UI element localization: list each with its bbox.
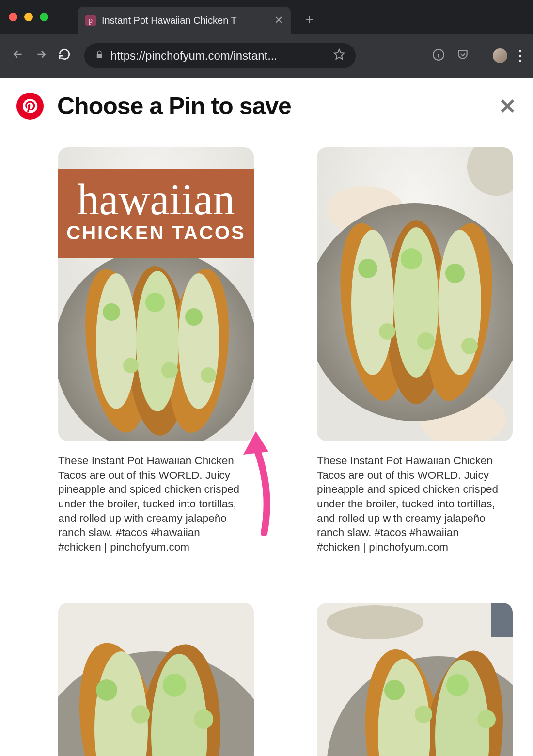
pin-image (317, 603, 513, 756)
svg-rect-45 (491, 603, 513, 637)
svg-point-12 (145, 293, 165, 312)
window-maximize-button[interactable] (40, 13, 48, 21)
info-icon[interactable] (432, 48, 445, 63)
svg-point-31 (445, 264, 465, 283)
browser-menu-button[interactable] (519, 50, 521, 62)
window-traffic-lights (9, 13, 48, 21)
pinterest-header: Choose a Pin to save ✕ (16, 92, 517, 120)
svg-point-32 (461, 338, 478, 354)
bookmark-star-icon[interactable] (333, 48, 345, 63)
svg-point-53 (446, 674, 469, 696)
browser-chrome: p Instant Pot Hawaiian Chicken T ✕ + htt… (0, 0, 533, 78)
pin-card[interactable] (317, 603, 513, 756)
pin-grid: hawaiian CHICKEN TACOS These Instant Pot… (16, 147, 517, 756)
forward-button[interactable] (35, 48, 47, 64)
reload-button[interactable] (58, 48, 71, 64)
svg-point-11 (123, 358, 139, 373)
back-button[interactable] (12, 48, 24, 64)
tab-bar: p Instant Pot Hawaiian Chicken T ✕ + (0, 0, 533, 34)
url-text: https://pinchofyum.com/instant... (110, 49, 277, 63)
window-minimize-button[interactable] (24, 13, 33, 21)
pin-description: These Instant Pot Hawaiian Chicken Tacos… (317, 454, 501, 554)
svg-point-30 (417, 332, 435, 350)
svg-point-10 (103, 303, 120, 321)
svg-point-52 (415, 706, 432, 723)
profile-avatar[interactable] (493, 48, 507, 63)
svg-point-42 (194, 709, 213, 729)
pin-image-text-overlay: hawaiian CHICKEN TACOS (58, 169, 254, 258)
svg-point-26 (439, 230, 481, 375)
pin-card[interactable] (58, 603, 254, 756)
svg-point-29 (401, 248, 422, 269)
tab-title: Instant Pot Hawaiian Chicken T (102, 15, 237, 26)
browser-toolbar: https://pinchofyum.com/instant... (0, 34, 533, 78)
svg-point-28 (379, 323, 395, 340)
toolbar-separator (481, 48, 481, 63)
svg-point-24 (351, 230, 394, 375)
svg-point-13 (161, 362, 178, 378)
svg-point-7 (96, 273, 137, 409)
page-title: Choose a Pin to save (57, 92, 291, 120)
svg-point-39 (96, 679, 117, 701)
page-content: Choose a Pin to save ✕ (0, 78, 533, 756)
svg-point-54 (477, 710, 496, 728)
pocket-icon[interactable] (456, 48, 469, 63)
svg-point-44 (327, 605, 423, 639)
pinterest-logo-icon (16, 93, 44, 120)
pin-image (58, 603, 254, 756)
svg-point-9 (178, 273, 219, 409)
url-bar[interactable]: https://pinchofyum.com/instant... (84, 43, 356, 68)
pin-card[interactable]: hawaiian CHICKEN TACOS These Instant Pot… (58, 147, 254, 554)
svg-point-8 (136, 271, 179, 411)
browser-tab[interactable]: p Instant Pot Hawaiian Chicken T ✕ (78, 7, 291, 34)
tab-favicon: p (85, 15, 96, 26)
svg-point-15 (201, 367, 216, 383)
pin-image (317, 147, 513, 441)
overlay-line2: CHICKEN TACOS (66, 222, 245, 244)
pin-description: These Instant Pot Hawaiian Chicken Tacos… (58, 454, 242, 554)
lock-icon (95, 50, 104, 62)
svg-point-41 (163, 674, 186, 697)
svg-point-14 (185, 308, 203, 326)
svg-marker-0 (334, 49, 344, 59)
overlay-line1: hawaiian (78, 180, 235, 219)
svg-point-51 (384, 680, 405, 700)
new-tab-button[interactable]: + (305, 11, 314, 28)
window-close-button[interactable] (9, 13, 17, 21)
pin-card[interactable]: These Instant Pot Hawaiian Chicken Tacos… (317, 147, 513, 554)
svg-point-40 (131, 705, 150, 724)
close-button[interactable]: ✕ (499, 94, 517, 119)
pin-image: hawaiian CHICKEN TACOS (58, 147, 254, 441)
tab-close-icon[interactable]: ✕ (274, 14, 283, 27)
svg-point-27 (358, 259, 377, 278)
